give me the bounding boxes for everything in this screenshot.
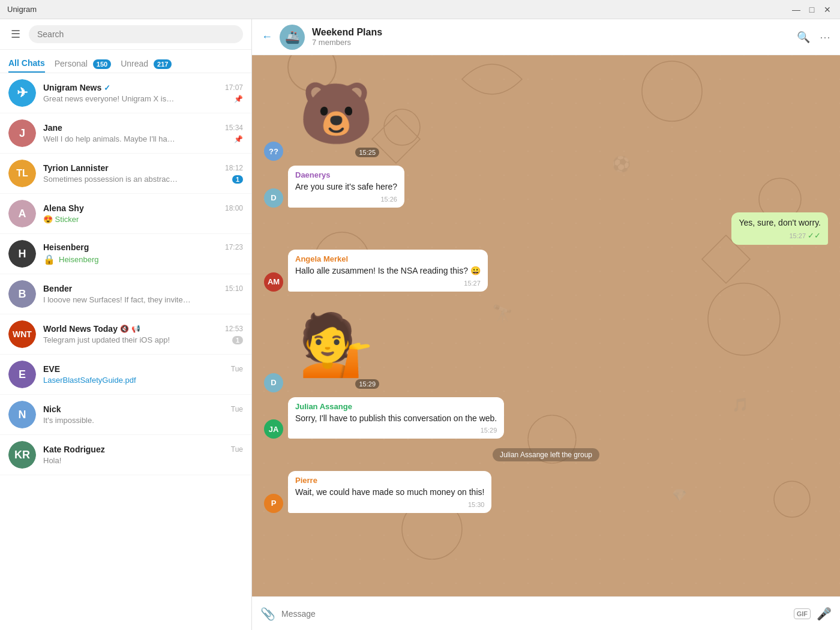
close-button[interactable]: ✕ <box>822 4 833 15</box>
preview-text: I looove new Surfaces! If fact, they inv… <box>43 295 191 304</box>
message-text: Wait, we could have made so much money o… <box>295 487 484 499</box>
chat-name: Jane <box>43 123 62 133</box>
menu-button[interactable]: ☰ <box>8 25 23 43</box>
avatar: H <box>8 240 36 268</box>
chat-name: World News Today 🔇 📢 <box>43 324 140 334</box>
chat-item-bender[interactable]: B Bender 15:10 I looove new Surfaces! If… <box>0 274 251 314</box>
preview-text: Hola! <box>43 456 61 465</box>
chat-time: 12:53 <box>225 325 243 333</box>
chat-header: ← 🚢 Weekend Plans 7 members 🔍 ⋯ <box>252 19 840 55</box>
chat-time: 17:07 <box>225 83 243 92</box>
lock-icon: 🔒 <box>43 254 55 265</box>
chat-time: Tue <box>231 405 243 413</box>
chat-preview-row: Great news everyone! Unigram X is… 📌 <box>43 94 243 103</box>
message-bubble: Pierre Wait, we could have made so much … <box>288 471 491 513</box>
preview-text: Sometimes possession is an abstrac… <box>43 175 178 184</box>
tab-personal[interactable]: Personal 150 <box>55 55 112 73</box>
personal-badge: 150 <box>93 59 111 69</box>
message-avatar: D <box>264 373 283 392</box>
message-bubble: Angela Merkel Hallo alle zusammen! Is th… <box>288 250 488 292</box>
chat-header-avatar: 🚢 <box>280 25 305 50</box>
chat-preview-row: LaserBlastSafetyGuide.pdf <box>43 376 243 385</box>
search-input[interactable] <box>29 25 243 43</box>
chat-name-row: Alena Shy 18:00 <box>43 203 243 213</box>
maximize-button[interactable]: □ <box>806 4 817 15</box>
sticker-time: 15:29 <box>355 379 379 389</box>
chat-item-unigram-news[interactable]: ✈ Unigram News ✓ 17:07 Great news everyo… <box>0 73 251 113</box>
chat-item-world-news[interactable]: WNT World News Today 🔇 📢 12:53 Telegram … <box>0 314 251 355</box>
message-text: Sorry, I'll have to publish this convers… <box>295 413 497 425</box>
chat-list: ✈ Unigram News ✓ 17:07 Great news everyo… <box>0 73 251 630</box>
chat-name-row: Heisenberg 17:23 <box>43 242 243 252</box>
sticker-message: D 💁 15:29 <box>264 296 828 392</box>
chat-name: Tyrion Lannister <box>43 163 109 173</box>
avatar: WNT <box>8 320 36 348</box>
svg-text:✈: ✈ <box>17 85 28 100</box>
mic-button[interactable]: 🎤 <box>817 607 832 621</box>
hamburger-icon: ☰ <box>11 28 20 40</box>
message-time: 15:30 <box>468 501 485 508</box>
chat-name-row: Kate Rodriguez Tue <box>43 445 243 454</box>
message-sender: Angela Merkel <box>295 254 481 263</box>
sticker-image: 🐻 15:25 <box>288 65 384 161</box>
system-message-text: Julian Assange left the group <box>493 448 599 461</box>
tab-all-chats[interactable]: All Chats <box>8 55 45 73</box>
pin-icon: 📌 <box>234 135 243 143</box>
message-time: 15:27 <box>464 280 481 287</box>
search-chat-button[interactable]: 🔍 <box>797 31 810 44</box>
verified-icon: ✓ <box>104 83 110 92</box>
chat-item-kate[interactable]: KR Kate Rodriguez Tue Hola! <box>0 435 251 475</box>
gif-button[interactable]: GIF <box>794 608 811 619</box>
preview-text: Great news everyone! Unigram X is… <box>43 94 174 103</box>
message-sender: Pierre <box>295 476 484 485</box>
chat-name: Heisenberg <box>43 242 89 252</box>
chat-tabs: All Chats Personal 150 Unread 217 <box>0 50 251 73</box>
chat-item-nick[interactable]: N Nick Tue It's impossible. <box>0 395 251 435</box>
chat-item-heisenberg[interactable]: H Heisenberg 17:23 🔒Heisenberg <box>0 234 251 274</box>
chat-name: Kate Rodriguez <box>43 445 105 454</box>
message-text: Hallo alle zusammen! Is the NSA reading … <box>295 265 481 277</box>
message-time: 15:26 <box>380 196 397 203</box>
unread-count: 1 <box>232 336 243 344</box>
chat-preview-row: Sometimes possession is an abstrac… 1 <box>43 175 243 184</box>
chat-item-jane[interactable]: J Jane 15:34 Well I do help animals. May… <box>0 113 251 154</box>
sticker-image: 💁 15:29 <box>288 296 384 392</box>
message-avatar: P <box>264 494 283 513</box>
message-avatar: JA <box>264 419 283 439</box>
chat-name-row: Unigram News ✓ 17:07 <box>43 83 243 92</box>
sticker-message: ?? 🐻 15:25 <box>264 65 828 161</box>
chat-item-alena[interactable]: A Alena Shy 18:00 😍 Sticker <box>0 194 251 234</box>
chat-name-row: World News Today 🔇 📢 12:53 <box>43 324 243 334</box>
message-input[interactable] <box>281 609 788 619</box>
chat-header-info: Weekend Plans 7 members <box>312 27 790 47</box>
preview-text: LaserBlastSafetyGuide.pdf <box>43 376 136 385</box>
chat-info: Nick Tue It's impossible. <box>43 404 243 425</box>
messages-area: ?? 🐻 15:25 D Daenerys Are you sure it's … <box>252 55 840 596</box>
attach-button[interactable]: 📎 <box>260 607 275 621</box>
message-time: 15:29 <box>481 427 497 434</box>
chat-name-row: EVE Tue <box>43 364 243 374</box>
message-time: 15:27 <box>789 232 806 239</box>
message-bubble: Yes, sure, don't worry. 15:27 ✓✓ <box>731 212 828 245</box>
tab-unread[interactable]: Unread 217 <box>121 55 172 73</box>
message-text: Are you sure it's safe here? <box>295 181 397 193</box>
chat-item-tyrion[interactable]: TL Tyrion Lannister 18:12 Sometimes poss… <box>0 154 251 194</box>
window-controls: — □ ✕ <box>791 4 833 15</box>
unread-count: 1 <box>232 175 243 184</box>
chat-time: 15:34 <box>225 124 243 132</box>
chat-name-row: Nick Tue <box>43 404 243 414</box>
app-body: ☰ All Chats Personal 150 Unread 217 ✈ Un… <box>0 19 840 630</box>
message-meta: 15:27 ✓✓ <box>739 231 821 240</box>
message-bubble: Daenerys Are you sure it's safe here? 15… <box>288 166 404 208</box>
chat-info: Heisenberg 17:23 🔒Heisenberg <box>43 242 243 265</box>
minimize-button[interactable]: — <box>791 4 802 15</box>
pin-icon: 📌 <box>234 95 243 103</box>
back-button[interactable]: ← <box>262 31 272 43</box>
chat-info: EVE Tue LaserBlastSafetyGuide.pdf <box>43 364 243 385</box>
chat-item-eve[interactable]: E EVE Tue LaserBlastSafetyGuide.pdf <box>0 355 251 395</box>
message-row: Yes, sure, don't worry. 15:27 ✓✓ <box>264 212 828 245</box>
message-sender: Daenerys <box>295 170 397 179</box>
chat-name: Nick <box>43 404 61 414</box>
chat-time: Tue <box>231 365 243 373</box>
more-options-button[interactable]: ⋯ <box>820 31 830 44</box>
